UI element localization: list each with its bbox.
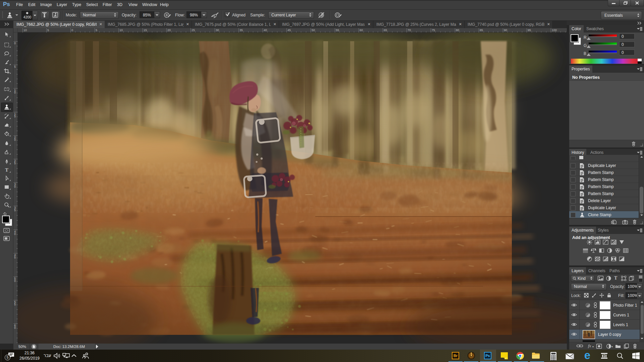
svg-text:T: T <box>5 167 8 173</box>
